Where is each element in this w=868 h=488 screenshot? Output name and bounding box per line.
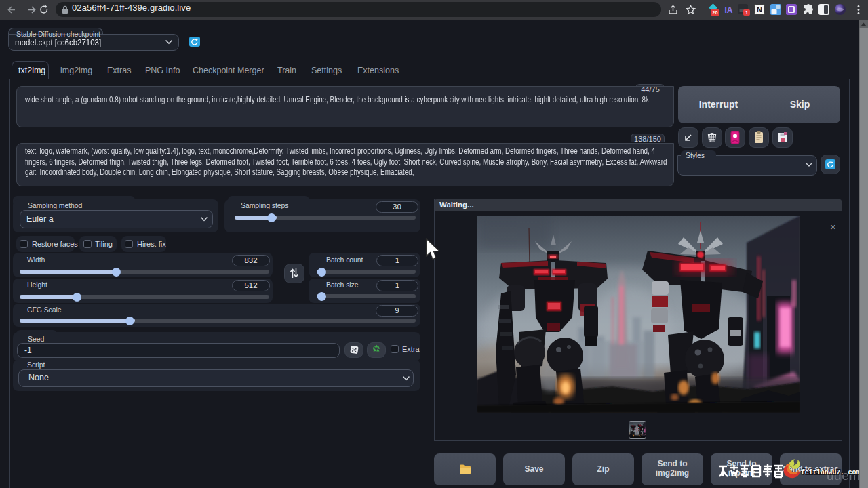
svg-text:N: N — [757, 5, 762, 14]
svg-text:IA: IA — [725, 5, 733, 15]
svg-text:1: 1 — [745, 9, 748, 16]
svg-text:20: 20 — [712, 9, 717, 16]
